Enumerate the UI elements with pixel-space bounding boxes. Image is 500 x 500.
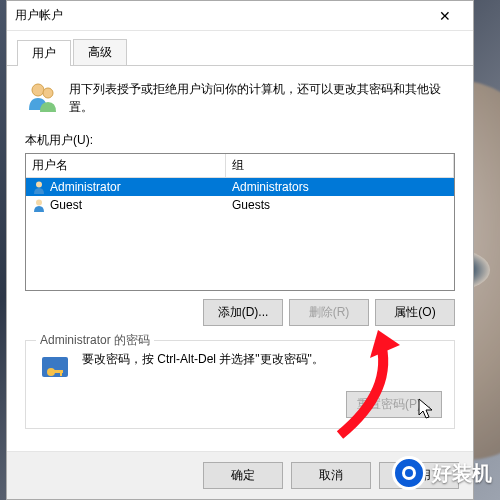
- titlebar: 用户帐户 ✕: [7, 1, 473, 31]
- table-row[interactable]: Guest Guests: [26, 196, 454, 214]
- col-header-username[interactable]: 用户名: [26, 154, 226, 177]
- ok-button[interactable]: 确定: [203, 462, 283, 489]
- tab-content: 用下列表授予或拒绝用户访问你的计算机，还可以更改其密码和其他设置。 本机用户(U…: [7, 66, 473, 451]
- svg-rect-4: [42, 357, 68, 377]
- watermark-badge-icon: [392, 456, 426, 490]
- table-header: 用户名 组: [26, 154, 454, 178]
- user-icon: [32, 198, 46, 212]
- intro-row: 用下列表授予或拒绝用户访问你的计算机，还可以更改其密码和其他设置。: [25, 80, 455, 116]
- user-icon: [32, 180, 46, 194]
- svg-point-3: [36, 200, 42, 206]
- users-label: 本机用户(U):: [25, 132, 455, 149]
- close-button[interactable]: ✕: [425, 2, 465, 30]
- svg-point-2: [36, 182, 42, 188]
- cell-group: Guests: [226, 197, 454, 213]
- user-accounts-dialog: 用户帐户 ✕ 用户 高级 用下列表授予或拒绝用户访问你的计算机，还可以更改其密码…: [6, 0, 474, 500]
- table-row[interactable]: Administrator Administrators: [26, 178, 454, 196]
- intro-text: 用下列表授予或拒绝用户访问你的计算机，还可以更改其密码和其他设置。: [69, 80, 455, 116]
- watermark: 好装机: [392, 456, 492, 490]
- svg-point-0: [32, 84, 44, 96]
- window-title: 用户帐户: [15, 7, 425, 24]
- tab-users[interactable]: 用户: [17, 40, 71, 66]
- password-text: 要改密码，按 Ctrl-Alt-Del 并选择"更改密码"。: [82, 351, 324, 368]
- svg-rect-7: [60, 370, 62, 376]
- reset-password-button: 重置密码(P)...: [346, 391, 442, 418]
- delete-button: 删除(R): [289, 299, 369, 326]
- users-table[interactable]: 用户名 组 Administrator Administrators: [25, 153, 455, 291]
- password-group: Administrator 的密码 要改密码，按 Ctrl-Alt-Del 并选…: [25, 340, 455, 429]
- cancel-button[interactable]: 取消: [291, 462, 371, 489]
- user-buttons-row: 添加(D)... 删除(R) 属性(O): [25, 299, 455, 326]
- svg-point-1: [43, 88, 53, 98]
- users-icon: [25, 80, 59, 114]
- password-legend: Administrator 的密码: [36, 332, 154, 349]
- svg-point-10: [405, 469, 413, 477]
- watermark-text: 好装机: [432, 460, 492, 487]
- cell-username: Guest: [50, 198, 82, 212]
- cell-group: Administrators: [226, 179, 454, 195]
- cell-username: Administrator: [50, 180, 121, 194]
- col-header-group[interactable]: 组: [226, 154, 454, 177]
- key-icon: [38, 351, 72, 385]
- tab-advanced[interactable]: 高级: [73, 39, 127, 65]
- add-button[interactable]: 添加(D)...: [203, 299, 283, 326]
- tab-strip: 用户 高级: [7, 31, 473, 66]
- properties-button[interactable]: 属性(O): [375, 299, 455, 326]
